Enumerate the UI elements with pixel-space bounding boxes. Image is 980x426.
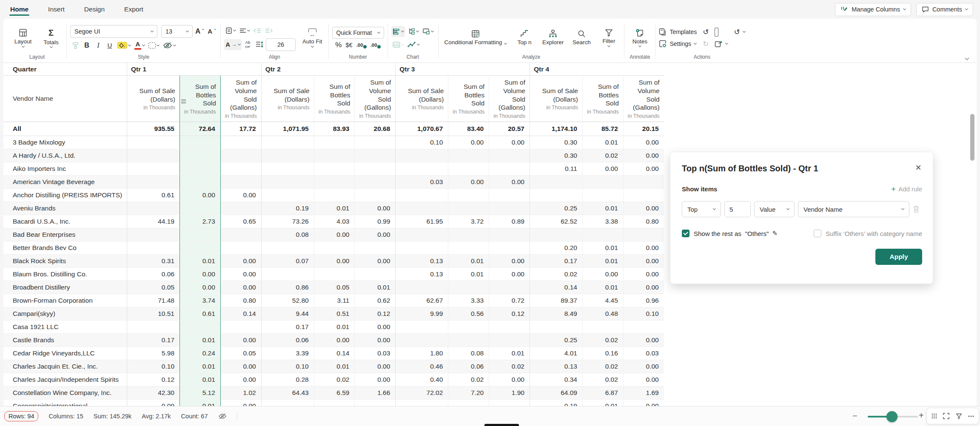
value-cell[interactable]: 85.72 [582, 122, 623, 136]
value-cell[interactable]: 0.00 [354, 202, 395, 215]
value-cell[interactable]: 0.00 [221, 281, 261, 294]
zoom-in-button[interactable]: + [919, 411, 924, 420]
bold-button[interactable]: B [82, 40, 92, 51]
value-cell[interactable] [314, 189, 355, 202]
value-cell[interactable]: 0.00 [314, 228, 355, 241]
measure-header[interactable]: Sum of Bottles Soldin Thousands [582, 76, 623, 122]
tab-home[interactable]: Home [9, 1, 29, 17]
value-cell[interactable]: 3.72 [448, 215, 489, 228]
value-cell[interactable]: 0.00 [623, 202, 664, 215]
value-cell[interactable] [530, 176, 582, 189]
zoom-out-button[interactable]: − [852, 411, 858, 421]
vendor-cell[interactable]: Blaum Bros. Distilling Co. [3, 268, 127, 281]
value-cell[interactable]: 0.00 [623, 149, 664, 162]
wrap-text-button[interactable]: Abc↵ [243, 39, 253, 50]
value-cell[interactable]: 0.80 [623, 215, 664, 228]
value-cell[interactable]: 0.56 [448, 307, 489, 321]
value-cell[interactable] [261, 162, 314, 176]
value-cell[interactable]: 1,071.95 [261, 122, 314, 136]
value-cell[interactable]: 0.72 [489, 294, 530, 307]
reset-button[interactable]: ↺ [734, 28, 745, 36]
value-cell[interactable] [179, 136, 221, 149]
borders-button[interactable] [147, 40, 160, 51]
top-n-button[interactable]: Top n [513, 29, 536, 47]
vendor-cell[interactable]: A Hardy / U.S.A., Ltd. [3, 149, 127, 162]
format-painter-icon[interactable] [70, 40, 80, 51]
value-cell[interactable] [582, 176, 623, 189]
value-cell[interactable]: 10.51 [127, 307, 179, 321]
sparkline-button[interactable] [406, 39, 421, 50]
value-cell[interactable]: 0.24 [179, 347, 221, 360]
value-cell[interactable]: 0.00 [179, 281, 221, 294]
vendor-cell[interactable]: Black Rock Spirits [3, 255, 127, 268]
value-cell[interactable]: 0.10 [395, 136, 448, 149]
show-rest-checkbox[interactable] [682, 230, 689, 237]
measure-header[interactable]: Sum of Volume Sold (Gallons)in Thousands [354, 76, 395, 122]
value-cell[interactable] [395, 281, 448, 294]
value-cell[interactable]: 0.01 [448, 255, 489, 268]
value-cell[interactable]: 0.14 [221, 307, 261, 321]
value-cell[interactable]: 0.00 [354, 360, 395, 373]
quarter-group-header[interactable]: Qtr 4 [530, 63, 664, 76]
measure-header[interactable]: Sum of Bottles Soldin Thousands [448, 76, 489, 122]
value-cell[interactable] [395, 189, 448, 202]
value-cell[interactable]: 1.80 [395, 347, 448, 360]
value-cell[interactable] [395, 149, 448, 162]
value-cell[interactable]: 0.00 [221, 189, 261, 202]
measure-header[interactable]: Sum of Sale (Dollars)in Thousands [127, 76, 179, 122]
templates-button[interactable]: Templates [659, 28, 697, 36]
value-cell[interactable] [179, 149, 221, 162]
value-cell[interactable]: 0.02 [582, 373, 623, 386]
value-cell[interactable]: 0.00 [489, 373, 530, 386]
value-cell[interactable]: 0.01 [582, 241, 623, 255]
vendor-cell[interactable]: American Vintage Beverage [3, 176, 127, 189]
vendor-cell[interactable]: Better Brands Bev Co [3, 241, 127, 255]
value-cell[interactable] [489, 202, 530, 215]
quick-format-select[interactable]: Quick Format [332, 27, 384, 39]
vendor-cell[interactable]: Aiko Importers Inc [3, 162, 127, 176]
value-cell[interactable]: 6.87 [582, 386, 623, 400]
value-cell[interactable]: 0.01 [179, 255, 221, 268]
value-cell[interactable]: 0.12 [489, 307, 530, 321]
value-cell[interactable]: 0.12 [354, 307, 395, 321]
value-cell[interactable] [489, 400, 530, 406]
value-cell[interactable] [354, 189, 395, 202]
vertical-scrollbar[interactable] [970, 114, 974, 161]
value-cell[interactable]: 0.00 [623, 162, 664, 176]
value-cell[interactable]: 1.90 [489, 386, 530, 400]
value-cell[interactable]: 0.00 [221, 360, 261, 373]
value-cell[interactable] [127, 321, 179, 334]
value-cell[interactable]: 44.19 [127, 215, 179, 228]
increase-decimal-icon[interactable]: .00 [356, 43, 367, 48]
value-cell[interactable]: 0.00 [489, 268, 530, 281]
value-cell[interactable] [221, 241, 261, 255]
vendor-cell[interactable]: Charles Jacquin/Independent Spirits [3, 373, 127, 386]
value-cell[interactable]: 0.65 [221, 215, 261, 228]
zoom-slider[interactable] [868, 416, 918, 417]
value-cell[interactable]: 0.03 [623, 347, 664, 360]
value-cell[interactable] [179, 176, 221, 189]
value-cell[interactable]: 0.01 [354, 281, 395, 294]
vendor-cell[interactable]: Aveniu Brands [3, 202, 127, 215]
vendor-name-header[interactable]: Vendor Name [3, 76, 127, 122]
value-cell[interactable] [395, 162, 448, 176]
value-cell[interactable]: 4.01 [530, 347, 582, 360]
measure-header[interactable]: Sum of Bottles Soldin Thousands [179, 76, 221, 122]
search-button[interactable]: Search [570, 29, 593, 47]
value-cell[interactable]: 0.17 [127, 334, 179, 347]
field-select[interactable]: Vendor Name [798, 201, 909, 217]
value-cell[interactable] [179, 202, 221, 215]
measure-header[interactable]: Sum of Volume Sold (Gallons)in Thousands [489, 76, 530, 122]
value-cell[interactable]: 0.00 [314, 255, 355, 268]
value-cell[interactable] [582, 321, 623, 334]
value-cell[interactable]: 0.00 [582, 162, 623, 176]
value-cell[interactable] [354, 400, 395, 406]
value-cell[interactable] [489, 189, 530, 202]
value-cell[interactable]: 2.73 [179, 215, 221, 228]
table-chart-button[interactable] [391, 39, 405, 50]
value-cell[interactable]: 0.00 [354, 321, 395, 334]
underline-button[interactable]: U [105, 40, 115, 51]
ruler-icon[interactable] [715, 28, 718, 37]
value-cell[interactable]: 62.52 [530, 215, 582, 228]
value-cell[interactable]: 0.17 [261, 321, 314, 334]
